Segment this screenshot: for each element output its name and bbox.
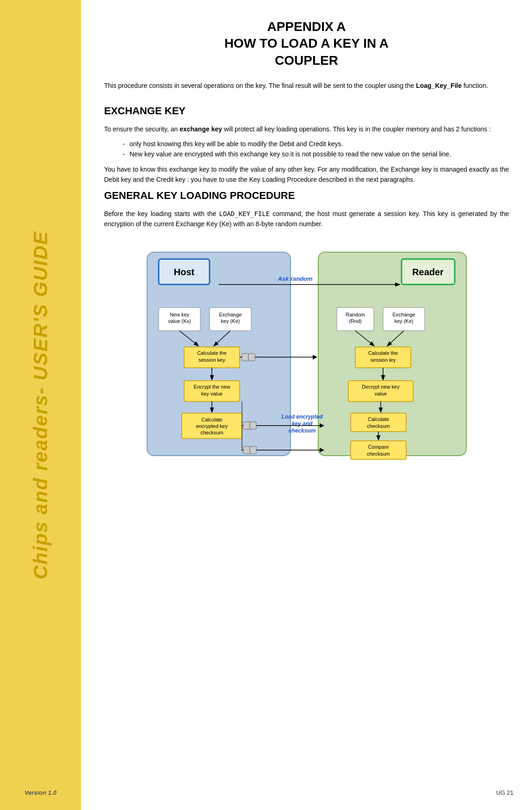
svg-rect-55 xyxy=(351,413,406,432)
svg-text:Compare: Compare xyxy=(368,444,389,450)
svg-text:Calculate the: Calculate the xyxy=(197,350,226,356)
svg-text:New key: New key xyxy=(169,312,189,317)
svg-text:key (Ke): key (Ke) xyxy=(221,318,240,324)
svg-text:Calculate: Calculate xyxy=(201,417,223,422)
section2-para1: Before the key loading starts with the L… xyxy=(104,209,509,229)
bullet2: New key value are encrypted with this ex… xyxy=(123,149,509,159)
svg-text:Exchange: Exchange xyxy=(392,312,415,317)
intro-bold: Loag_Key_File xyxy=(416,82,462,89)
general-key-heading: GENERAL KEY LOADING PROCEDURE xyxy=(104,190,509,202)
svg-text:session ley: session ley xyxy=(370,357,396,363)
svg-text:value: value xyxy=(374,391,386,396)
svg-text:Ask random: Ask random xyxy=(277,275,313,282)
sidebar-title: Chips and readers- USER'S GUIDE xyxy=(30,231,52,579)
diagram-svg: Host Reader Ask random New key value (Kx… xyxy=(138,238,476,470)
title-line2: HOW TO LOAD A KEY IN A xyxy=(224,36,389,50)
svg-text:checksum: checksum xyxy=(288,427,315,434)
svg-text:Calculate: Calculate xyxy=(368,416,389,422)
sidebar: Chips and readers- USER'S GUIDE Version … xyxy=(0,0,81,810)
intro-paragraph: This procedure consists in several opera… xyxy=(104,80,509,91)
svg-text:key and: key and xyxy=(291,420,312,427)
svg-text:key (Ke): key (Ke) xyxy=(394,318,413,324)
svg-text:Exchange: Exchange xyxy=(219,312,241,317)
svg-rect-66 xyxy=(250,446,256,454)
section1-para2: You have to know this exchange key to mo… xyxy=(104,164,509,185)
svg-rect-48 xyxy=(243,422,250,429)
svg-text:checksum: checksum xyxy=(200,430,223,435)
svg-rect-34 xyxy=(248,353,255,361)
exchange-key-heading: EXCHANGE KEY xyxy=(104,105,509,117)
section1-para1: To ensure the security, an exchange key … xyxy=(104,124,509,134)
svg-text:session key: session key xyxy=(198,357,225,363)
svg-rect-49 xyxy=(250,422,256,429)
svg-text:checksum: checksum xyxy=(367,451,390,457)
svg-text:key value: key value xyxy=(201,391,222,396)
page-number: UG 21 xyxy=(496,789,513,796)
svg-text:value (Kx): value (Kx) xyxy=(168,318,191,324)
svg-text:Decrypt new key: Decrypt new key xyxy=(362,384,400,390)
svg-text:Reader: Reader xyxy=(412,267,444,277)
svg-text:Calculate the: Calculate the xyxy=(368,350,397,356)
title-line1: APPENDIX A xyxy=(267,19,346,34)
section1-bullets: only host knowing this key will be able … xyxy=(123,139,509,160)
svg-text:Encrypt the new: Encrypt the new xyxy=(193,384,230,390)
svg-rect-59 xyxy=(351,441,406,459)
bullet1: only host knowing this key will be able … xyxy=(123,139,509,149)
diagram-container: Host Reader Ask random New key value (Kx… xyxy=(104,238,509,470)
svg-text:(Rnd): (Rnd) xyxy=(349,318,362,324)
svg-text:encrypted key: encrypted key xyxy=(196,423,228,429)
svg-text:checksum: checksum xyxy=(367,423,390,429)
svg-text:Random: Random xyxy=(346,312,365,317)
svg-text:Load encrypted: Load encrypted xyxy=(281,414,323,420)
svg-rect-33 xyxy=(242,353,248,361)
svg-marker-32 xyxy=(313,355,317,359)
main-content: APPENDIX A HOW TO LOAD A KEY IN A COUPLE… xyxy=(81,0,532,810)
svg-text:Host: Host xyxy=(173,267,194,277)
page-title: APPENDIX A HOW TO LOAD A KEY IN A COUPLE… xyxy=(104,19,509,69)
sidebar-version: Version 1.0 xyxy=(0,789,81,796)
svg-rect-65 xyxy=(243,446,250,454)
title-line3: COUPLER xyxy=(275,53,338,68)
